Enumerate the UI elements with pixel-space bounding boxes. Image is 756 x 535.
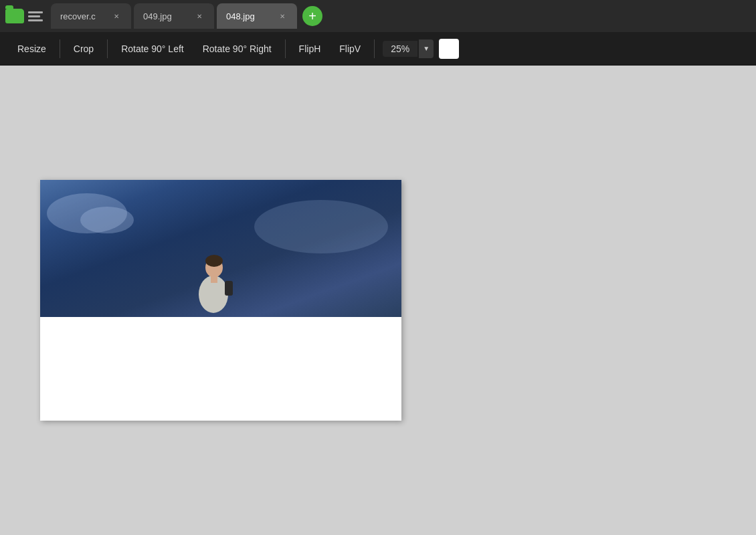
tab-049[interactable]: 049.jpg ✕: [134, 3, 214, 29]
rotate-right-button[interactable]: Rotate 90° Right: [193, 39, 281, 58]
toolbar: Resize Crop Rotate 90° Left Rotate 90° R…: [0, 32, 756, 66]
folder-icon[interactable]: [5, 9, 24, 23]
tab-048-label: 048.jpg: [226, 11, 255, 21]
svg-rect-3: [225, 281, 233, 296]
tab-recover[interactable]: recover.c ✕: [51, 3, 131, 29]
svg-point-2: [205, 255, 223, 267]
zoom-control: 25% ▼: [383, 39, 434, 58]
tab-recover-close[interactable]: ✕: [111, 11, 122, 21]
tab-048-close[interactable]: ✕: [277, 11, 288, 21]
canvas-area: [0, 66, 756, 535]
flip-v-button[interactable]: FlipV: [330, 39, 370, 58]
tab-049-close[interactable]: ✕: [194, 11, 205, 21]
photo-white: [40, 317, 401, 421]
add-tab-button[interactable]: +: [302, 6, 322, 26]
crop-button[interactable]: Crop: [64, 39, 103, 58]
divider-4: [374, 39, 375, 58]
person-silhouette: [190, 234, 237, 317]
zoom-dropdown-button[interactable]: ▼: [419, 39, 434, 58]
tab-bar-icons: [5, 9, 43, 23]
tab-recover-label: recover.c: [60, 11, 96, 21]
zoom-value[interactable]: 25%: [383, 41, 417, 57]
tab-bar: recover.c ✕ 049.jpg ✕ 048.jpg ✕ +: [0, 0, 756, 32]
image-preview: [40, 180, 401, 421]
rotate-left-button[interactable]: Rotate 90° Left: [112, 39, 193, 58]
photo-sky: [40, 180, 401, 317]
tab-048[interactable]: 048.jpg ✕: [217, 3, 297, 29]
list-icon[interactable]: [28, 9, 43, 23]
divider-1: [60, 39, 60, 58]
tab-049-label: 049.jpg: [143, 11, 172, 21]
color-picker-box[interactable]: [439, 39, 459, 59]
divider-3: [285, 39, 286, 58]
resize-button[interactable]: Resize: [8, 39, 56, 58]
divider-2: [107, 39, 108, 58]
svg-rect-4: [211, 276, 217, 283]
flip-h-button[interactable]: FlipH: [290, 39, 330, 58]
